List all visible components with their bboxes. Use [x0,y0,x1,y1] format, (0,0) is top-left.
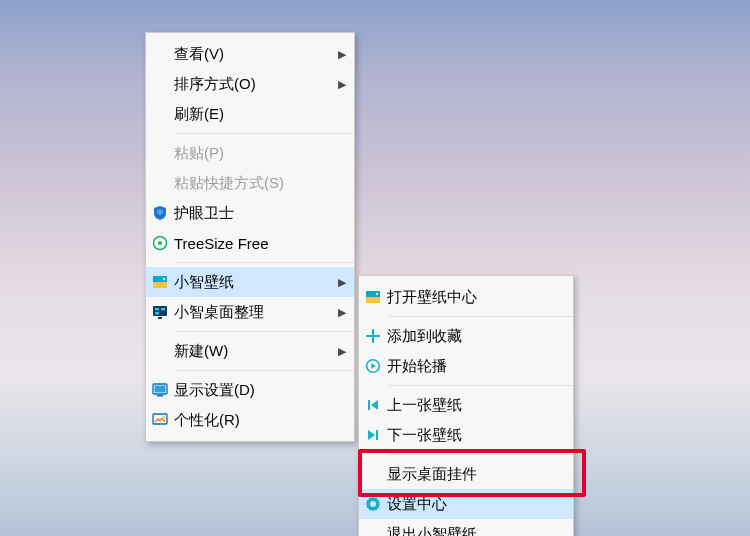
submenu-item-next[interactable]: 下一张壁纸 [359,420,573,450]
svg-rect-16 [366,297,380,303]
svg-rect-19 [368,400,370,410]
menu-item-label: 粘贴快捷方式(S) [174,174,336,193]
wallpaper-icon [359,289,387,305]
menu-item-paste: 粘贴(P) [146,138,354,168]
menu-item-paste-shortcut: 粘贴快捷方式(S) [146,168,354,198]
menu-separator [389,454,573,455]
svg-rect-12 [157,395,163,397]
menu-item-treesize[interactable]: TreeSize Free [146,228,354,258]
menu-item-label: 下一张壁纸 [387,426,555,445]
menu-item-label: 上一张壁纸 [387,396,555,415]
menu-item-label: 新建(W) [174,342,336,361]
menu-item-label: 个性化(R) [174,411,336,430]
menu-item-label: TreeSize Free [174,235,336,252]
menu-item-label: 护眼卫士 [174,204,336,223]
next-icon [359,427,387,443]
menu-item-new[interactable]: 新建(W) ▶ [146,336,354,366]
svg-rect-6 [155,308,159,311]
svg-rect-11 [155,386,166,393]
submenu-item-show-widgets[interactable]: 显示桌面挂件 [359,459,573,489]
submenu-item-exit[interactable]: 退出小智壁纸 [359,519,573,536]
chevron-right-icon: ▶ [338,48,346,61]
menu-item-personalize[interactable]: 个性化(R) [146,405,354,435]
chevron-right-icon: ▶ [338,276,346,289]
svg-point-17 [376,293,379,296]
submenu-wallpaper[interactable]: 打开壁纸中心 添加到收藏 开始轮播 上一张壁纸 下一张壁纸 显示桌面挂件 [358,275,574,536]
menu-item-label: 显示设置(D) [174,381,336,400]
chevron-right-icon: ▶ [338,306,346,319]
svg-point-21 [370,501,376,507]
prev-icon [359,397,387,413]
submenu-item-settings-center[interactable]: 设置中心 [359,489,573,519]
chevron-right-icon: ▶ [338,345,346,358]
submenu-item-open-center[interactable]: 打开壁纸中心 [359,282,573,312]
menu-item-display-settings[interactable]: 显示设置(D) [146,375,354,405]
shield-icon [146,205,174,221]
menu-separator [176,331,354,332]
treesize-icon [146,235,174,251]
submenu-item-prev[interactable]: 上一张壁纸 [359,390,573,420]
svg-rect-3 [153,282,167,288]
svg-rect-9 [158,317,162,319]
menu-item-view[interactable]: 查看(V) ▶ [146,39,354,69]
menu-item-xiaozhi-desktop[interactable]: 小智桌面整理 ▶ [146,297,354,327]
display-settings-icon [146,382,174,398]
chevron-right-icon: ▶ [338,78,346,91]
context-menu[interactable]: 查看(V) ▶ 排序方式(O) ▶ 刷新(E) 粘贴(P) 粘贴快捷方式(S) … [145,32,355,442]
menu-separator [389,385,573,386]
menu-item-label: 小智桌面整理 [174,303,336,322]
menu-item-label: 打开壁纸中心 [387,288,555,307]
gear-icon [359,496,387,512]
menu-separator [176,370,354,371]
menu-item-label: 查看(V) [174,45,336,64]
svg-rect-8 [155,312,159,315]
plus-icon [359,328,387,344]
svg-rect-7 [161,308,165,311]
submenu-item-add-fav[interactable]: 添加到收藏 [359,321,573,351]
personalize-icon [146,412,174,428]
desktop-organize-icon [146,304,174,320]
menu-item-xiaozhi-wallpaper[interactable]: 小智壁纸 ▶ [146,267,354,297]
menu-item-label: 设置中心 [387,495,555,514]
svg-rect-20 [376,430,378,440]
menu-item-sort[interactable]: 排序方式(O) ▶ [146,69,354,99]
wallpaper-icon [146,274,174,290]
menu-item-label: 排序方式(O) [174,75,336,94]
menu-item-label: 退出小智壁纸 [387,525,555,537]
menu-separator [176,262,354,263]
svg-rect-13 [153,414,167,424]
menu-item-label: 粘贴(P) [174,144,336,163]
menu-item-eyecare[interactable]: 护眼卫士 [146,198,354,228]
svg-point-14 [163,416,165,418]
submenu-item-start-slideshow[interactable]: 开始轮播 [359,351,573,381]
menu-item-refresh[interactable]: 刷新(E) [146,99,354,129]
svg-point-4 [163,278,166,281]
menu-item-label: 刷新(E) [174,105,336,124]
menu-item-label: 添加到收藏 [387,327,555,346]
menu-item-label: 显示桌面挂件 [387,465,555,484]
svg-point-1 [158,241,162,245]
menu-separator [389,316,573,317]
menu-item-label: 开始轮播 [387,357,555,376]
menu-separator [176,133,354,134]
menu-item-label: 小智壁纸 [174,273,336,292]
play-circle-icon [359,358,387,374]
